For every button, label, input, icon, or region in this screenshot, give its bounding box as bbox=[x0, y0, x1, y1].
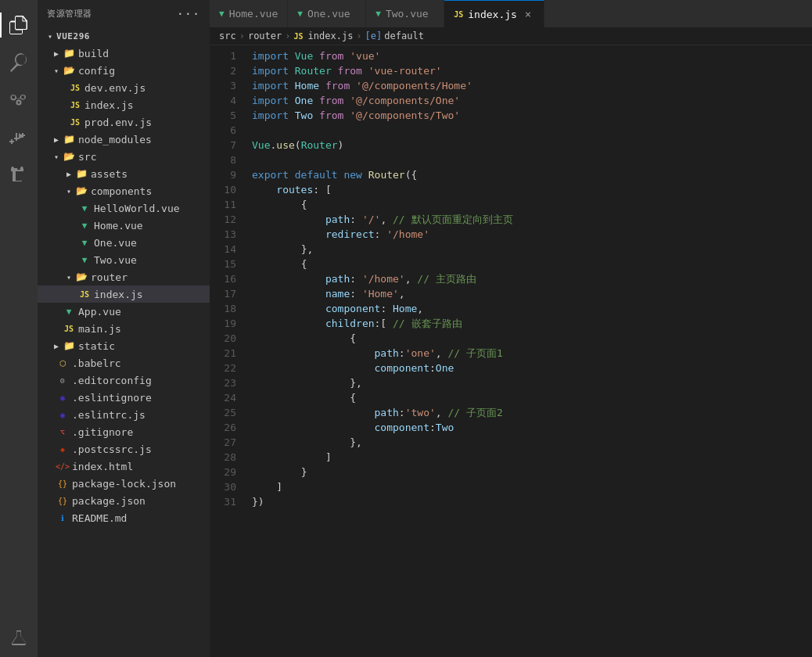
tree-label: Home.vue bbox=[94, 220, 143, 232]
sidebar-item-dev-env[interactable]: JS dev.env.js bbox=[38, 79, 210, 96]
code-line: 11 { bbox=[210, 197, 812, 212]
tab-two-vue[interactable]: ▼ Two.vue bbox=[366, 0, 444, 27]
code-line: 2import Router from 'vue-router' bbox=[210, 63, 812, 78]
sidebar-item-node-modules[interactable]: ▶ 📁 node_modules bbox=[38, 131, 210, 148]
root-label: VUE296 bbox=[56, 31, 90, 41]
sidebar-item-prod-env[interactable]: JS prod.env.js bbox=[38, 113, 210, 131]
tree-label: README.md bbox=[72, 512, 127, 524]
code-line: 6 bbox=[210, 123, 812, 138]
sidebar-item-editorconfig[interactable]: ⚙ .editorconfig bbox=[38, 372, 210, 389]
code-line: 29 } bbox=[210, 465, 812, 479]
js-icon: JS bbox=[78, 288, 91, 300]
line-content: { bbox=[249, 331, 812, 346]
line-content: }, bbox=[249, 242, 812, 257]
breadcrumb-default[interactable]: [e] default bbox=[365, 31, 424, 41]
sidebar-item-one-vue[interactable]: ▼ One.vue bbox=[38, 234, 210, 251]
tab-label: One.vue bbox=[307, 8, 350, 20]
breadcrumb-router[interactable]: router bbox=[248, 31, 282, 41]
tab-index-js[interactable]: JS index.js × bbox=[444, 0, 544, 27]
line-content: export default new Router({ bbox=[249, 167, 812, 182]
breadcrumb-src[interactable]: src bbox=[219, 31, 236, 41]
tab-label: Home.vue bbox=[229, 8, 278, 20]
line-content: { bbox=[249, 257, 812, 271]
sidebar-item-two-vue[interactable]: ▼ Two.vue bbox=[38, 251, 210, 268]
code-line: 3import Home from '@/components/Home' bbox=[210, 78, 812, 93]
sidebar-item-helloworld[interactable]: ▼ HelloWorld.vue bbox=[38, 199, 210, 217]
tree-label: dev.env.js bbox=[84, 82, 146, 94]
sidebar-menu-dots[interactable]: ··· bbox=[176, 6, 200, 21]
code-editor[interactable]: 1import Vue from 'vue'2import Router fro… bbox=[210, 45, 812, 657]
breadcrumb-file[interactable]: JS bbox=[294, 32, 304, 41]
sidebar-item-components[interactable]: ▾ 📂 components bbox=[38, 182, 210, 199]
breadcrumb: src › router › JS index.js › [e] default bbox=[210, 27, 812, 45]
tabs-bar: ▼ Home.vue ▼ One.vue ▼ Two.vue JS index.… bbox=[210, 0, 812, 27]
sidebar-item-package-lock[interactable]: {} package-lock.json bbox=[38, 475, 210, 492]
sidebar-item-readme[interactable]: ℹ README.md bbox=[38, 509, 210, 526]
line-content: { bbox=[249, 390, 812, 405]
sidebar-item-config[interactable]: ▾ 📂 config bbox=[38, 62, 210, 79]
folder-icon: 📁 bbox=[75, 167, 88, 180]
line-number: 11 bbox=[210, 197, 249, 212]
sidebar-item-babelrc[interactable]: ⬡ .babelrc bbox=[38, 354, 210, 372]
tab-home-vue[interactable]: ▼ Home.vue bbox=[210, 0, 288, 27]
sidebar-item-eslintignore[interactable]: ◉ .eslintignore bbox=[38, 389, 210, 406]
tree-label: src bbox=[78, 151, 96, 163]
tree-label: .editorconfig bbox=[72, 375, 152, 386]
code-line: 24 { bbox=[210, 390, 812, 405]
line-number: 1 bbox=[210, 48, 249, 63]
source-control-icon[interactable] bbox=[0, 81, 38, 119]
extensions-icon[interactable] bbox=[0, 156, 38, 194]
line-number: 25 bbox=[210, 405, 249, 420]
sidebar-item-assets[interactable]: ▶ 📁 assets bbox=[38, 165, 210, 182]
line-content: }) bbox=[249, 494, 812, 509]
config-icon: ⚙ bbox=[56, 374, 69, 386]
tree-label: index.html bbox=[72, 461, 133, 472]
json-icon: {} bbox=[56, 494, 69, 507]
sidebar-item-app-vue[interactable]: ▼ App.vue bbox=[38, 303, 210, 320]
line-number: 29 bbox=[210, 465, 249, 479]
breadcrumb-sep: › bbox=[239, 31, 245, 41]
line-number: 8 bbox=[210, 153, 249, 167]
folder-icon: 📂 bbox=[63, 150, 75, 163]
git-icon: ⌥ bbox=[56, 425, 69, 438]
line-number: 19 bbox=[210, 316, 249, 331]
sidebar-item-eslintrc[interactable]: ◉ .eslintrc.js bbox=[38, 406, 210, 423]
tab-one-vue[interactable]: ▼ One.vue bbox=[288, 0, 366, 27]
sidebar-item-router[interactable]: ▾ 📂 router bbox=[38, 268, 210, 285]
line-content: redirect: '/home' bbox=[249, 227, 812, 242]
js-icon: JS bbox=[69, 99, 81, 111]
sidebar-item-build[interactable]: ▶ 📁 build bbox=[38, 45, 210, 62]
tree-label: .babelrc bbox=[72, 357, 121, 369]
line-content: children:[ // 嵌套子路由 bbox=[249, 316, 812, 331]
breadcrumb-indexjs[interactable]: index.js bbox=[308, 31, 354, 41]
folder-icon: 📂 bbox=[75, 185, 88, 197]
line-content bbox=[249, 123, 812, 138]
line-number: 21 bbox=[210, 346, 249, 361]
files-icon[interactable] bbox=[0, 6, 38, 44]
vue-tab-icon: ▼ bbox=[297, 9, 303, 19]
folder-icon: 📂 bbox=[63, 64, 75, 77]
test-icon[interactable] bbox=[0, 619, 38, 657]
sidebar-item-router-index[interactable]: JS index.js bbox=[38, 285, 210, 303]
tree-root[interactable]: ▾ VUE296 bbox=[38, 27, 210, 45]
sidebar-item-postcssrc[interactable]: ◈ .postcssrc.js bbox=[38, 440, 210, 458]
sidebar-item-home-vue[interactable]: ▼ Home.vue bbox=[38, 217, 210, 234]
sidebar-item-main-js[interactable]: JS main.js bbox=[38, 320, 210, 337]
search-icon[interactable] bbox=[0, 44, 38, 81]
line-content: import Home from '@/components/Home' bbox=[249, 78, 812, 93]
run-debug-icon[interactable] bbox=[0, 119, 38, 156]
line-content: import Router from 'vue-router' bbox=[249, 63, 812, 78]
tree-label: One.vue bbox=[94, 237, 137, 249]
sidebar-item-static[interactable]: ▶ 📁 static bbox=[38, 337, 210, 354]
sidebar-item-config-index[interactable]: JS index.js bbox=[38, 96, 210, 113]
line-content: path:'two', // 子页面2 bbox=[249, 405, 812, 420]
tree-label: package.json bbox=[72, 495, 146, 507]
tab-close-button[interactable]: × bbox=[522, 8, 534, 20]
sidebar-item-index-html[interactable]: </> index.html bbox=[38, 458, 210, 475]
tree-label: main.js bbox=[78, 323, 121, 335]
code-line: 25 path:'two', // 子页面2 bbox=[210, 405, 812, 420]
folder-icon: 📂 bbox=[75, 271, 88, 283]
sidebar-item-src[interactable]: ▾ 📂 src bbox=[38, 148, 210, 165]
sidebar-item-package-json[interactable]: {} package.json bbox=[38, 492, 210, 509]
sidebar-item-gitignore[interactable]: ⌥ .gitignore bbox=[38, 423, 210, 440]
